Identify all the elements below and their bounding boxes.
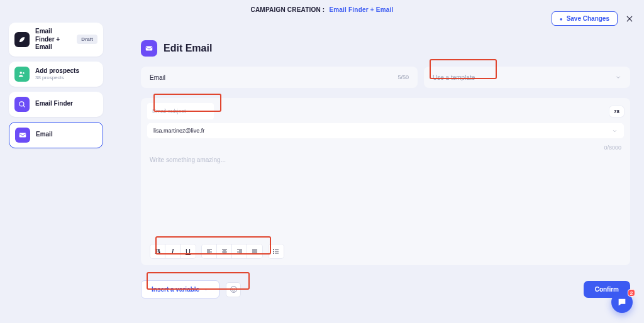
from-email-select[interactable]: lisa.martinez@live.fr [147,123,624,138]
step-label: Email [36,131,53,139]
svg-rect-4 [146,47,153,51]
svg-point-8 [230,287,236,293]
save-changes-label: Save Changes [567,15,609,22]
email-name-value: Email [150,74,165,81]
subject-counter-badge: 78 [609,106,624,117]
chat-fab[interactable]: 2 [611,292,633,313]
envelope-icon [15,128,30,143]
svg-rect-3 [19,133,26,137]
email-editor: 78 lisa.martinez@live.fr 0/8000 Write so… [141,98,630,265]
save-changes-button[interactable]: Save Changes [552,11,618,26]
close-icon[interactable] [624,13,635,25]
page-title: Edit Email [164,43,212,54]
step-campaign-type[interactable]: Email Finder + Email Draft [9,23,103,57]
list-button[interactable] [269,244,284,258]
chevron-down-icon [612,128,618,134]
body-placeholder: Write something amazing... [150,156,226,163]
svg-point-6 [274,251,274,252]
envelope-icon [141,40,157,57]
align-justify-button[interactable] [247,244,262,258]
people-icon [14,67,30,82]
step-label: Email Finder + Email [35,28,71,52]
chevron-down-icon [615,74,621,80]
underline-button[interactable]: U [180,244,196,258]
align-left-button[interactable] [202,244,217,258]
insert-variable-button[interactable]: Insert a variable [141,280,219,298]
step-email[interactable]: Email [9,122,103,148]
from-email-value: lisa.martinez@live.fr [153,128,204,134]
breadcrumb: CAMPAIGN CREATION : Email Finder + Email… [0,0,644,19]
step-email-finder[interactable]: Email Finder [9,92,103,117]
align-center-button[interactable] [217,244,232,258]
search-person-icon [14,97,30,112]
svg-point-7 [274,253,274,254]
draft-chip: Draft [77,35,97,44]
breadcrumb-label: CAMPAIGN CREATION : [251,6,325,13]
template-placeholder: Use a template [433,74,475,81]
main-panel: Edit Email Email 5/50 Use a template 78 … [141,18,635,298]
leaf-icon [14,32,30,47]
emoji-button[interactable] [226,282,241,297]
svg-point-10 [234,288,235,289]
step-label: Add prospects [35,67,79,75]
step-label: Email Finder [35,100,73,108]
template-select[interactable]: Use a template [424,67,630,88]
chevron-down-icon [203,287,209,292]
italic-button[interactable]: I [165,244,180,258]
steps-sidebar: Email Finder + Email Draft Add prospects… [9,18,103,298]
svg-point-1 [23,72,25,74]
chat-badge: 2 [628,289,635,297]
bold-button[interactable]: B [150,244,165,258]
align-right-button[interactable] [232,244,247,258]
subject-input[interactable] [147,103,214,119]
step-sublabel: 38 prospects [35,75,79,80]
breadcrumb-link[interactable]: Email Finder + Email [329,6,393,13]
format-toolbar: B I U [141,241,630,263]
smiley-icon [230,285,238,293]
svg-point-9 [232,288,233,289]
svg-point-5 [274,249,274,250]
body-textarea[interactable]: Write something amazing... [141,152,630,241]
svg-point-0 [20,71,23,74]
email-name-counter: 5/50 [397,74,409,80]
body-counter: 0/8000 [604,145,621,151]
chat-icon [617,297,627,307]
svg-point-2 [19,101,24,106]
step-add-prospects[interactable]: Add prospects 38 prospects [9,62,103,87]
email-name-field[interactable]: Email 5/50 [141,67,418,88]
insert-variable-label: Insert a variable [152,286,199,293]
cloud-icon [560,15,563,22]
